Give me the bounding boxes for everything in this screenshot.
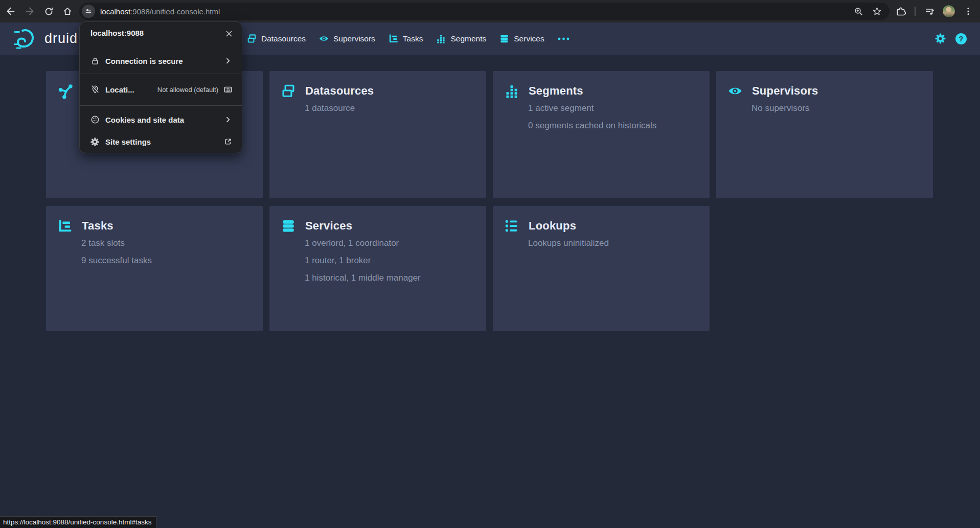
url-text: localhost:9088/unified-console.html (100, 7, 220, 16)
home-icon (62, 6, 73, 16)
graph-icon (58, 83, 74, 99)
card-title: Services (305, 219, 352, 233)
card-metric: Lookups uninitialized (528, 238, 697, 248)
popup-title: localhost:9088 (90, 29, 144, 37)
database-icon (499, 34, 509, 43)
card-metric: 1 historical, 1 middle manager (305, 273, 474, 283)
card-metric: 2 task slots (81, 238, 250, 248)
site-settings-label: Site settings (105, 137, 151, 146)
card-metric: 1 active segment (528, 103, 697, 113)
nav-label: Tasks (403, 34, 423, 43)
nav-supervisors[interactable]: Supervisors (312, 22, 382, 55)
nav-segments[interactable]: Segments (429, 22, 493, 55)
eye-icon (728, 84, 742, 98)
refresh-button[interactable] (40, 3, 57, 20)
card-title: Datasources (305, 84, 374, 98)
card-datasources[interactable]: Datasources 1 datasource (269, 71, 486, 198)
chevron-right-icon (223, 56, 233, 65)
cookies-row[interactable]: Cookies and site data (80, 108, 242, 131)
datasources-icon (281, 84, 295, 98)
puzzle-icon (896, 6, 906, 16)
connection-label: Connection is secure (105, 57, 183, 65)
connection-secure-row[interactable]: Connection is secure (80, 50, 242, 72)
gear-icon (935, 33, 946, 44)
back-icon (6, 6, 16, 16)
chevron-right-icon (223, 115, 233, 124)
refresh-icon (44, 7, 54, 16)
list-icon (505, 219, 519, 233)
card-tasks[interactable]: Tasks 2 task slots 9 successful tasks (46, 206, 263, 331)
profile-button[interactable] (940, 3, 958, 20)
close-icon (225, 30, 233, 37)
card-metric: 1 router, 1 broker (305, 256, 474, 266)
media-controls-button[interactable] (921, 3, 938, 20)
header-actions: ? (935, 22, 967, 55)
druid-logo-icon (13, 27, 38, 51)
browser-menu-button[interactable] (960, 3, 977, 20)
site-settings-row[interactable]: Site settings (80, 130, 242, 153)
more-dots-icon (558, 37, 569, 40)
card-segments[interactable]: Segments 1 active segment 0 segments cac… (493, 71, 710, 198)
question-mark-icon: ? (959, 35, 964, 43)
nav-label: Segments (450, 34, 486, 43)
help-button[interactable]: ? (955, 33, 967, 44)
zoom-icon (854, 7, 863, 16)
nav-services[interactable]: Services (493, 22, 551, 55)
avatar (942, 5, 955, 18)
location-permission-row[interactable]: Locati... Not allowed (default) (80, 78, 242, 101)
browser-toolbar: localhost:9088/unified-console.html (0, 0, 980, 22)
nav-label: Supervisors (333, 34, 375, 43)
toolbar-right (892, 0, 977, 22)
popup-close-button[interactable] (222, 27, 236, 40)
location-off-icon (90, 85, 100, 94)
cookies-label: Cookies and site data (105, 116, 184, 124)
back-button[interactable] (2, 3, 19, 20)
eye-icon (319, 34, 329, 43)
home-button[interactable] (59, 3, 76, 20)
card-title: Lookups (529, 219, 576, 233)
status-bar-link: https://localhost:9088/unified-console.h… (0, 516, 156, 528)
nav-label: Services (514, 34, 544, 43)
druid-brand[interactable]: druid (13, 22, 78, 55)
gear-icon (90, 137, 100, 146)
lock-icon (90, 56, 100, 65)
gantt-icon (389, 34, 398, 43)
external-link-icon (223, 137, 233, 146)
cookie-icon (90, 115, 100, 124)
nav-label: Datasources (261, 34, 306, 43)
nav-more[interactable] (551, 22, 576, 55)
default-permission-icon (223, 85, 233, 94)
card-metric: 9 successful tasks (81, 256, 250, 266)
zoom-button[interactable] (851, 4, 866, 19)
nav-buttons (0, 3, 76, 20)
url-path: :9088/unified-console.html (130, 7, 220, 16)
datasources-icon (247, 34, 257, 43)
card-title: Supervisors (752, 84, 818, 98)
card-supervisors[interactable]: Supervisors No supervisors (716, 71, 933, 198)
address-bar[interactable]: localhost:9088/unified-console.html (79, 3, 890, 20)
bar-chart-icon (436, 34, 446, 43)
toolbar-separator (915, 7, 916, 16)
card-metric: No supervisors (751, 103, 921, 113)
card-metric: 1 overlord, 1 coordinator (305, 238, 474, 248)
card-lookups[interactable]: Lookups Lookups uninitialized (493, 206, 710, 331)
media-playlist-icon (925, 7, 935, 16)
nav-datasources[interactable]: Datasources (240, 22, 312, 55)
database-icon (281, 219, 295, 233)
extensions-button[interactable] (892, 3, 909, 20)
tune-icon (85, 8, 92, 15)
forward-button[interactable] (21, 3, 38, 20)
card-title: Tasks (82, 219, 113, 233)
forward-icon (25, 6, 35, 16)
nav-tasks[interactable]: Tasks (382, 22, 430, 55)
settings-button[interactable] (935, 33, 946, 44)
site-info-popup: localhost:9088 Connection is secure Loca… (79, 21, 242, 153)
card-title: Segments (529, 84, 583, 98)
site-info-button[interactable] (82, 5, 95, 18)
card-metric: 1 datasource (305, 103, 474, 113)
popup-divider (80, 74, 242, 74)
star-icon (872, 7, 882, 16)
bookmark-button[interactable] (869, 4, 884, 19)
main-nav: Datasources Supervisors Tasks Segments S… (240, 22, 576, 55)
card-services[interactable]: Services 1 overlord, 1 coordinator 1 rou… (269, 206, 486, 331)
